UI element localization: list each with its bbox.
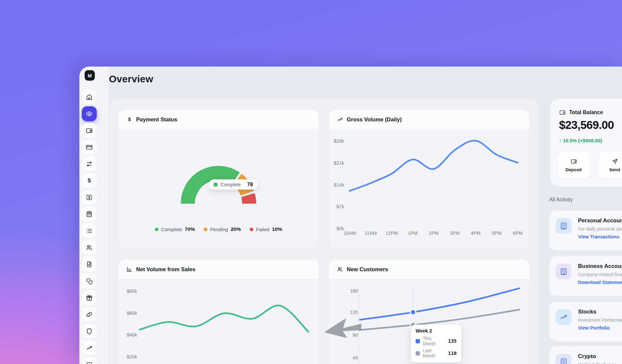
svg-text:$: $ [88, 177, 91, 183]
action-button-label: Send [609, 167, 620, 172]
users-icon [86, 244, 93, 251]
activity-link[interactable]: View Portfolio [578, 325, 610, 331]
sidebar-item-link[interactable] [82, 307, 97, 322]
sidebar-item-shield[interactable] [82, 324, 97, 339]
sidebar-item-gift[interactable] [82, 290, 97, 305]
sidebar-item-list[interactable] [82, 223, 97, 238]
sidebar-item-coins[interactable] [82, 273, 97, 289]
legend-dot [204, 228, 207, 231]
sidebar-item-home[interactable] [82, 90, 97, 105]
gauge-legend: Complete 70% Pending 20% Failed 10% [118, 226, 319, 232]
sidebar-item-calculator[interactable] [82, 207, 97, 222]
dashboard-window: M Overview $$ $ Payment Status Complete … [79, 67, 622, 364]
activity-link[interactable]: View Transactions [578, 234, 619, 239]
activity-card-crypto[interactable]: Crypto Wallet & Exchange [549, 346, 622, 364]
gauge-segment-failed [248, 195, 249, 204]
new-customers-series-this-month [360, 288, 519, 320]
activity-subtitle: Company-related finances [578, 272, 622, 277]
tooltip-series-value: 110 [448, 351, 457, 356]
send-button[interactable]: Send [599, 152, 622, 178]
eye-icon [86, 110, 93, 117]
building-icon [556, 264, 571, 279]
send-icon [612, 158, 618, 165]
balance-actions: Deposit Send [558, 152, 622, 178]
payment-status-card-header: $ Payment Status [118, 110, 319, 130]
app-logo[interactable]: M [85, 70, 95, 81]
payment-status-card-title: Payment Status [136, 116, 177, 123]
payment-status-chart-area: Complete 70 Complete 70% Pending 20% Fai… [118, 130, 319, 249]
net-volume-chart-area: $80k$60k$40k$20k [118, 279, 319, 364]
tooltip-series-name: Last Month [423, 348, 445, 358]
sidebar-item-document[interactable] [82, 257, 97, 272]
tooltip-swatch [416, 351, 420, 355]
total-balance-label: Total Balance [569, 110, 603, 115]
shield-icon [86, 328, 93, 335]
tooltip-series-name: This Month [423, 336, 445, 346]
transfer-icon [86, 160, 93, 168]
sidebar-item-invoice[interactable]: $ [82, 190, 97, 205]
week-tooltip-title: Week 2 [416, 328, 457, 334]
activity-subtitle: Investment Performance [578, 317, 622, 323]
list-icon [86, 227, 93, 234]
gift-icon [86, 294, 93, 301]
page-title: Overview [109, 73, 153, 85]
new-customers-card: New Customers Week 2 This Month 135 Last… [329, 260, 529, 364]
calculator-icon [86, 211, 93, 218]
activity-subtitle: Wallet & Exchange [578, 362, 617, 364]
action-button-label: Deposit [566, 167, 582, 172]
gross-volume-card: Gross Volume (Daily) $28k$21k$14k$7k$0k1… [329, 110, 529, 249]
document-icon [86, 261, 93, 268]
y-axis-tick: 135 [329, 309, 358, 315]
activity-card-stocks[interactable]: Stocks Investment Performance View Portf… [549, 302, 622, 341]
x-axis-tick: 6PM [509, 230, 526, 236]
week-tooltip: Week 2 This Month 135 Last Month 110 [411, 325, 461, 362]
week-tooltip-row: This Month 135 [416, 336, 457, 346]
app-logo-letter: M [88, 73, 92, 78]
x-axis-tick: 2PM [425, 230, 442, 236]
sidebar-item-credit-card[interactable] [82, 140, 97, 155]
x-axis-tick: 10AM [341, 230, 358, 236]
activity-card-personal-account[interactable]: Personal Account For daily personal spen… [549, 211, 622, 250]
sidebar-item-eye[interactable] [82, 106, 97, 121]
activity-link[interactable]: Download Statements [578, 280, 622, 285]
coins-icon [86, 277, 93, 285]
activity-card-business-account[interactable]: Business Account Company-related finance… [549, 256, 622, 296]
svg-text:$: $ [128, 117, 131, 122]
sidebar-item-trending-up[interactable] [82, 340, 97, 355]
y-axis-tick: $21k [329, 160, 344, 166]
sidebar-item-wallet[interactable] [82, 123, 97, 138]
sidebar-item-users[interactable] [82, 240, 97, 255]
all-activity-title: All Activity [549, 197, 573, 203]
legend-item-pending: Pending 20% [204, 226, 241, 232]
total-balance-amount: $23,569.00 [559, 118, 614, 131]
total-balance-change: ↑ 10.5% (+$908.00) [559, 138, 602, 143]
activity-title: Business Account [578, 263, 622, 270]
new-customers-card-header: New Customers [329, 260, 529, 279]
gross-volume-card-title: Gross Volume (Daily) [347, 116, 402, 123]
total-balance-header: Total Balance [559, 109, 603, 116]
sidebar-item-monitor[interactable] [82, 357, 97, 364]
activity-title: Stocks [578, 309, 596, 315]
net-volume-plot [118, 279, 319, 364]
legend-item-complete: Complete 70% [155, 226, 195, 232]
y-axis-tick: $40k [118, 332, 137, 338]
legend-value: 10% [272, 226, 282, 232]
sidebar-item-dollar[interactable]: $ [82, 173, 97, 188]
new-customers-chart-area: Week 2 This Month 135 Last Month 110 180… [329, 279, 529, 364]
x-axis-tick: 4PM [467, 230, 484, 236]
wallet-icon [559, 109, 566, 116]
deposit-button[interactable]: Deposit [558, 152, 590, 178]
activity-subtitle: For daily personal spending [578, 226, 622, 232]
net-volume-card: Net Volume from Sales $80k$60k$40k$20k [118, 260, 319, 364]
sidebar-item-transfer[interactable] [82, 156, 97, 172]
link-icon [86, 311, 93, 318]
legend-label: Failed [256, 227, 269, 232]
legend-label: Pending [210, 227, 228, 232]
bar-chart-icon [126, 266, 133, 273]
x-axis-tick: 1PM [404, 230, 421, 236]
gauge-tooltip: Complete 70 [209, 179, 258, 190]
y-axis-tick: 180 [329, 288, 358, 294]
credit-card-icon [86, 144, 93, 151]
y-axis-tick: $60k [118, 310, 137, 316]
payment-status-card: $ Payment Status Complete 70 Complete 70… [118, 110, 319, 249]
